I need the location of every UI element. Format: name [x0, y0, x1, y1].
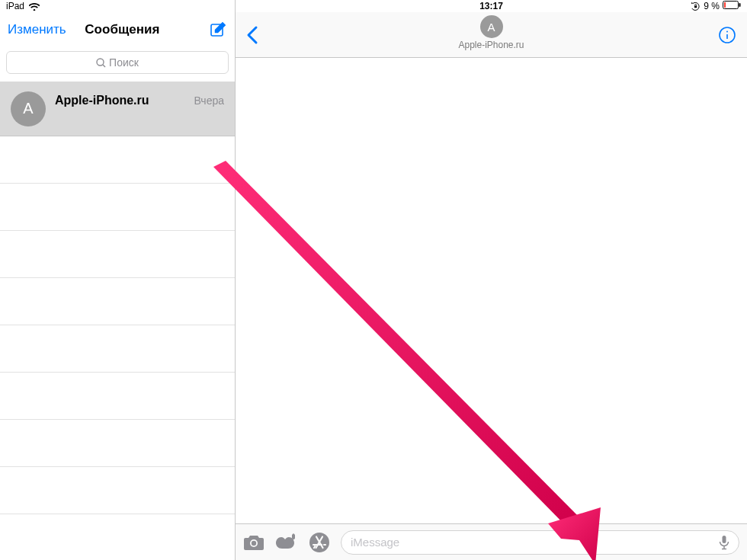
main-pane: 13:17 9 % — [236, 0, 747, 560]
device-name: iPad — [6, 1, 24, 11]
avatar: A — [11, 91, 46, 126]
list-separator — [0, 373, 235, 420]
chat-header-title: A Apple-iPhone.ru — [236, 15, 747, 50]
list-separator — [0, 184, 235, 231]
compose-button[interactable] — [209, 21, 227, 39]
list-separator — [0, 278, 235, 325]
digital-touch-button[interactable] — [275, 533, 298, 552]
search-icon — [96, 58, 106, 68]
avatar: A — [480, 15, 503, 38]
battery-icon — [723, 1, 741, 11]
svg-rect-3 — [694, 5, 697, 8]
search-input[interactable]: Поиск — [6, 51, 229, 74]
svg-point-13 — [252, 540, 256, 545]
status-time: 13:17 — [479, 1, 503, 11]
message-input-bar: iMessage — [236, 523, 747, 560]
search-container: Поиск — [0, 46, 235, 82]
conversation-list: A Apple-iPhone.ru Вчера — [0, 82, 235, 560]
svg-point-8 — [726, 30, 728, 32]
conversation-time: Вчера — [194, 94, 224, 107]
svg-rect-20 — [723, 536, 726, 543]
wifi-icon — [29, 1, 40, 11]
sidebar-title: Сообщения — [36, 22, 209, 37]
list-separator — [0, 136, 235, 184]
svg-rect-5 — [739, 3, 741, 7]
status-bar-left: iPad — [0, 0, 235, 12]
svg-line-2 — [103, 65, 105, 67]
back-button[interactable] — [246, 25, 258, 45]
conversation-row[interactable]: A Apple-iPhone.ru Вчера — [0, 82, 235, 136]
search-placeholder: Поиск — [109, 56, 139, 69]
list-separator — [0, 420, 235, 467]
orientation-lock-icon — [691, 2, 701, 11]
list-separator — [0, 325, 235, 373]
info-button[interactable] — [718, 26, 736, 44]
chat-contact-name: Apple-iPhone.ru — [236, 40, 747, 50]
battery-text: 9 % — [704, 1, 720, 11]
sidebar: iPad Изменить Сообщения Поиск A — [0, 0, 236, 560]
sidebar-header: Изменить Сообщения — [0, 12, 235, 46]
chat-header: A Apple-iPhone.ru — [236, 12, 747, 58]
svg-line-19 — [314, 546, 315, 548]
conversation-name: Apple-iPhone.ru — [55, 94, 149, 107]
microphone-button[interactable] — [719, 535, 729, 550]
list-separator — [0, 231, 235, 278]
svg-point-1 — [97, 59, 104, 66]
camera-button[interactable] — [243, 533, 264, 552]
app-store-button[interactable] — [309, 532, 330, 553]
message-input[interactable]: iMessage — [341, 530, 739, 555]
message-placeholder: iMessage — [351, 536, 399, 549]
svg-rect-6 — [724, 2, 726, 8]
svg-marker-10 — [213, 161, 582, 531]
list-separator — [0, 467, 235, 514]
chat-body — [236, 58, 747, 523]
annotation-arrow — [201, 161, 628, 560]
